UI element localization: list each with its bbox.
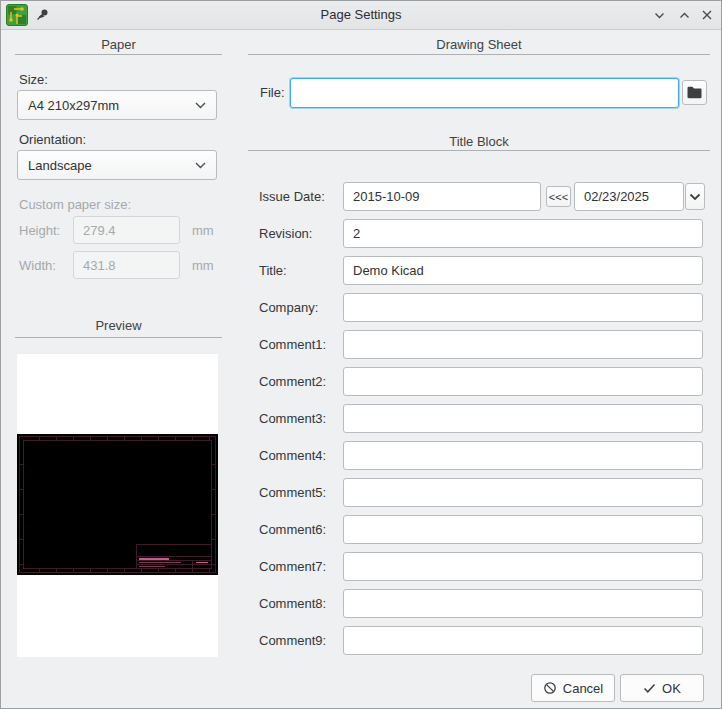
- preview-smalltext-2: [139, 566, 165, 568]
- paper-section-separator: [15, 54, 222, 55]
- orientation-label: Orientation:: [19, 132, 86, 147]
- drawing-sheet-section-title: Drawing Sheet: [248, 37, 710, 52]
- cancel-button[interactable]: Cancel: [531, 674, 615, 702]
- comment6-input[interactable]: [343, 515, 703, 544]
- comment2-input[interactable]: [343, 367, 703, 396]
- copy-date-button[interactable]: <<<: [546, 186, 571, 207]
- comment9-input[interactable]: [343, 626, 703, 655]
- cancel-icon: [543, 681, 557, 695]
- custom-paper-size-label: Custom paper size:: [19, 197, 131, 212]
- chevron-up-icon: [678, 9, 691, 22]
- date-picker-dropdown-button[interactable]: [685, 183, 705, 210]
- width-input: 431.8: [73, 251, 180, 279]
- title-input[interactable]: Demo Kicad: [343, 256, 703, 285]
- paper-size-label: Size:: [19, 72, 48, 87]
- preview-sheet: [17, 434, 218, 575]
- preview-section-separator: [15, 337, 222, 338]
- width-value: 431.8: [83, 258, 116, 273]
- preview-top-ticks: [23, 436, 212, 440]
- copy-date-label: <<<: [549, 191, 568, 203]
- height-label: Height:: [19, 223, 60, 238]
- comment7-input[interactable]: [343, 552, 703, 581]
- title-block-section-title: Title Block: [248, 134, 710, 149]
- comment3-label: Comment3:: [259, 411, 326, 426]
- comment8-input[interactable]: [343, 589, 703, 618]
- chevron-down-icon: [195, 162, 206, 169]
- height-input: 279.4: [73, 216, 180, 244]
- comment8-label: Comment8:: [259, 596, 326, 611]
- preview-smalltext-1: [139, 562, 181, 564]
- file-label: File:: [260, 85, 285, 100]
- browse-file-button[interactable]: [682, 80, 707, 105]
- maximize-window-button[interactable]: [676, 7, 692, 23]
- comment1-label: Comment1:: [259, 337, 326, 352]
- preview-bottom-ticks: [23, 569, 212, 573]
- comment1-input[interactable]: [343, 330, 703, 359]
- orientation-value: Landscape: [28, 158, 92, 173]
- folder-icon: [687, 86, 702, 99]
- orientation-select[interactable]: Landscape: [17, 150, 217, 180]
- preview-section-title: Preview: [15, 318, 222, 333]
- preview-title-text: [139, 558, 169, 560]
- ok-button[interactable]: OK: [620, 674, 704, 702]
- checkmark-icon: [643, 683, 656, 694]
- comment4-label: Comment4:: [259, 448, 326, 463]
- comment6-label: Comment6:: [259, 522, 326, 537]
- comment3-input[interactable]: [343, 404, 703, 433]
- preview-title-block: [136, 544, 212, 569]
- chevron-down-icon: [195, 102, 206, 109]
- width-unit-label: mm: [192, 258, 214, 273]
- page-preview: [17, 354, 218, 657]
- comment7-label: Comment7:: [259, 559, 326, 574]
- revision-value: 2: [353, 226, 360, 241]
- paper-section-title: Paper: [15, 37, 222, 52]
- window-title: Page Settings: [1, 7, 721, 22]
- issue-date-value: 2015-10-09: [353, 189, 420, 204]
- company-label: Company:: [259, 300, 318, 315]
- close-icon: [701, 9, 713, 21]
- ok-label: OK: [662, 681, 681, 696]
- preview-right-ticks: [212, 440, 216, 569]
- title-value: Demo Kicad: [353, 263, 424, 278]
- date-picker-value: 02/23/2025: [584, 189, 649, 204]
- shade-window-button[interactable]: [651, 7, 667, 23]
- issue-date-label: Issue Date:: [259, 189, 325, 204]
- height-unit-label: mm: [192, 223, 214, 238]
- preview-sheet-size-text: [196, 562, 208, 564]
- revision-input[interactable]: 2: [343, 219, 703, 248]
- paper-size-select[interactable]: A4 210x297mm: [17, 90, 217, 120]
- drawing-sheet-separator: [248, 54, 710, 55]
- comment5-input[interactable]: [343, 478, 703, 507]
- file-input[interactable]: [290, 78, 679, 108]
- close-window-button[interactable]: [699, 7, 715, 23]
- preview-title-block-divider: [192, 560, 193, 569]
- chevron-down-icon: [653, 9, 666, 22]
- comment2-label: Comment2:: [259, 374, 326, 389]
- comment9-label: Comment9:: [259, 633, 326, 648]
- date-picker-input[interactable]: 02/23/2025: [574, 182, 684, 211]
- company-input[interactable]: [343, 293, 703, 322]
- title-block-separator: [248, 150, 710, 151]
- cancel-label: Cancel: [563, 681, 603, 696]
- page-settings-dialog: Page Settings Paper Size: A4 210x297mm O…: [0, 0, 722, 709]
- comment4-input[interactable]: [343, 441, 703, 470]
- title-label: Title:: [259, 263, 287, 278]
- width-label: Width:: [19, 258, 56, 273]
- preview-left-ticks: [19, 440, 23, 569]
- titlebar[interactable]: Page Settings: [1, 1, 721, 30]
- paper-size-value: A4 210x297mm: [28, 98, 119, 113]
- comment5-label: Comment5:: [259, 485, 326, 500]
- revision-label: Revision:: [259, 226, 312, 241]
- chevron-down-icon: [689, 193, 701, 201]
- height-value: 279.4: [83, 223, 116, 238]
- issue-date-input[interactable]: 2015-10-09: [343, 182, 541, 211]
